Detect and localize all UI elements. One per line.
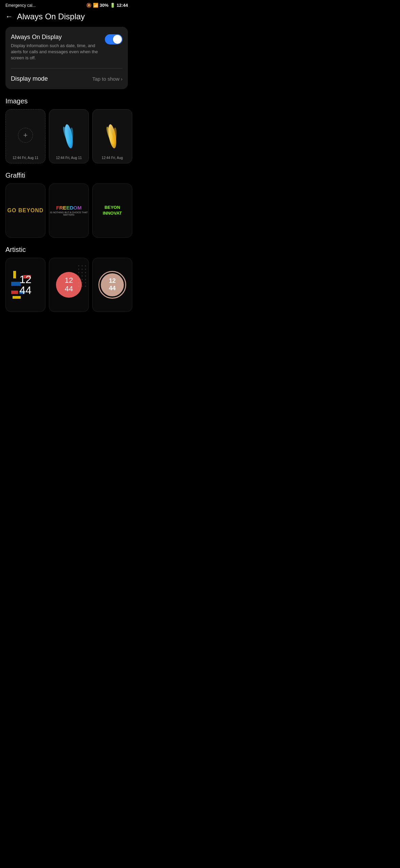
svg-point-20 [85, 279, 86, 280]
go-beyond-text: GO BEYOND [7, 208, 44, 214]
freedom-d: D [70, 205, 74, 211]
image-card-blue-feather[interactable]: 12:44 Fri, Aug 11 [49, 109, 89, 163]
battery-percent: 30% [100, 3, 109, 8]
status-emergency: Emergency cal... [5, 3, 36, 8]
page-title: Always On Display [17, 12, 85, 21]
settings-card: Always On Display Display information su… [5, 27, 128, 89]
svg-point-9 [78, 269, 79, 270]
svg-point-8 [85, 265, 86, 266]
svg-point-18 [78, 279, 79, 280]
art3-time: 12 44 [109, 277, 116, 292]
graffiti-card-go-beyond[interactable]: GO BEYOND [5, 183, 45, 238]
image-card-gold-feather[interactable]: 12:44 Fri, Aug [92, 109, 132, 163]
aod-title: Always On Display [11, 34, 101, 41]
graffiti-scroll-row[interactable]: GO BEYOND FREEDOM IS NOTHING BUT A CHOIC… [0, 183, 133, 243]
art1-container: 12 44 [6, 258, 45, 312]
add-card-time: 12:44 Fri, Aug 11 [6, 156, 45, 160]
art3-hours: 12 [109, 277, 116, 285]
svg-point-16 [82, 275, 83, 276]
svg-point-17 [85, 275, 86, 276]
art1-mins: 44 [19, 285, 32, 296]
svg-point-26 [85, 285, 86, 287]
aod-toggle[interactable] [105, 34, 122, 44]
svg-point-25 [82, 285, 83, 287]
nfc-icon: 🔕 [86, 3, 92, 8]
blue-feather-icon [60, 123, 78, 150]
status-right: 🔕 📶 30% 🔋 12:44 [86, 3, 128, 8]
back-button[interactable]: ← [5, 12, 13, 21]
block-red-2 [11, 291, 18, 294]
graffiti-card-freedom[interactable]: FREEDOM IS NOTHING BUT A CHOICE THAT MAT… [49, 183, 89, 238]
artistic-card-blocks[interactable]: 12 44 [5, 258, 45, 312]
svg-point-14 [85, 272, 86, 273]
chevron-right-icon: › [121, 76, 122, 82]
art1-hours: 12 [19, 274, 32, 285]
images-section: Images + 12:44 Fri, Aug 11 12:44 Fri, Au… [0, 97, 133, 169]
dot-grid [77, 264, 87, 291]
art3-mins: 44 [109, 285, 116, 292]
status-bar: Emergency cal... 🔕 📶 30% 🔋 12:44 [0, 0, 133, 9]
wifi-icon: 📶 [93, 3, 98, 8]
art2-container: 12 44 [49, 258, 89, 312]
art3-ring: 12 44 [98, 271, 126, 299]
add-image-card[interactable]: + 12:44 Fri, Aug 11 [5, 109, 45, 163]
art2-time: 12 44 [65, 276, 73, 293]
block-yellow-2 [13, 296, 21, 299]
svg-point-23 [85, 282, 86, 283]
battery-icon: 🔋 [110, 3, 115, 8]
graffiti-card-beyond-innovate[interactable]: BEYONINNOVAT [92, 183, 132, 238]
aod-desc: Display information such as date, time, … [11, 43, 101, 61]
tap-to-show-text: Tap to show [92, 76, 119, 82]
gold-feather-icon [103, 123, 121, 150]
images-heading: Images [0, 97, 133, 109]
artistic-scroll-row[interactable]: 12 44 12 44 [0, 258, 133, 317]
freedom-e1: E [63, 205, 66, 211]
block-yellow [13, 271, 16, 278]
svg-point-12 [78, 272, 79, 273]
beyond-innovate-text: BEYONINNOVAT [103, 205, 122, 216]
art2-hours: 12 [65, 276, 73, 284]
art2-mins: 44 [65, 285, 73, 293]
freedom-e2: E [66, 205, 70, 211]
aod-text-block: Always On Display Display information su… [11, 34, 101, 61]
svg-point-15 [78, 275, 79, 276]
clock: 12:44 [117, 3, 128, 8]
toggle-container[interactable] [105, 34, 122, 44]
svg-point-13 [82, 272, 83, 273]
art3-container: 12 44 [93, 258, 132, 312]
toggle-thumb [113, 35, 122, 44]
svg-point-19 [82, 279, 83, 280]
add-circle-icon: + [18, 128, 33, 143]
svg-point-24 [78, 285, 79, 287]
blue-feather-time: 12:44 Fri, Aug 11 [49, 156, 89, 160]
display-mode-row[interactable]: Display mode Tap to show › [5, 68, 128, 89]
svg-point-22 [82, 282, 83, 283]
gold-feather-time: 12:44 Fri, Aug [93, 156, 132, 160]
header: ← Always On Display [0, 9, 133, 27]
artistic-card-circle[interactable]: 12 44 [49, 258, 89, 312]
display-mode-label: Display mode [11, 75, 48, 82]
images-scroll-row[interactable]: + 12:44 Fri, Aug 11 12:44 Fri, Aug 11 [0, 109, 133, 169]
svg-point-11 [85, 269, 86, 270]
artistic-section: Artistic 12 44 [0, 246, 133, 317]
freedom-o: O [73, 205, 77, 211]
freedom-f: F [56, 205, 59, 211]
svg-point-6 [78, 265, 79, 266]
svg-point-10 [82, 269, 83, 270]
tap-to-show[interactable]: Tap to show › [92, 76, 122, 82]
art3-face: 12 44 [101, 273, 124, 296]
freedom-r: R [59, 205, 63, 211]
svg-point-21 [78, 282, 79, 283]
aod-toggle-row: Always On Display Display information su… [5, 27, 128, 68]
artistic-card-ring[interactable]: 12 44 [92, 258, 132, 312]
svg-point-7 [82, 265, 83, 266]
freedom-text: FREEDOM IS NOTHING BUT A CHOICE THAT MAT… [49, 205, 89, 216]
freedom-sub: IS NOTHING BUT A CHOICE THAT MATTERS [49, 211, 89, 216]
graffiti-section: Graffiti GO BEYOND FREEDOM IS NOTHING BU… [0, 172, 133, 243]
graffiti-heading: Graffiti [0, 172, 133, 183]
freedom-m: M [77, 205, 82, 211]
artistic-heading: Artistic [0, 246, 133, 258]
